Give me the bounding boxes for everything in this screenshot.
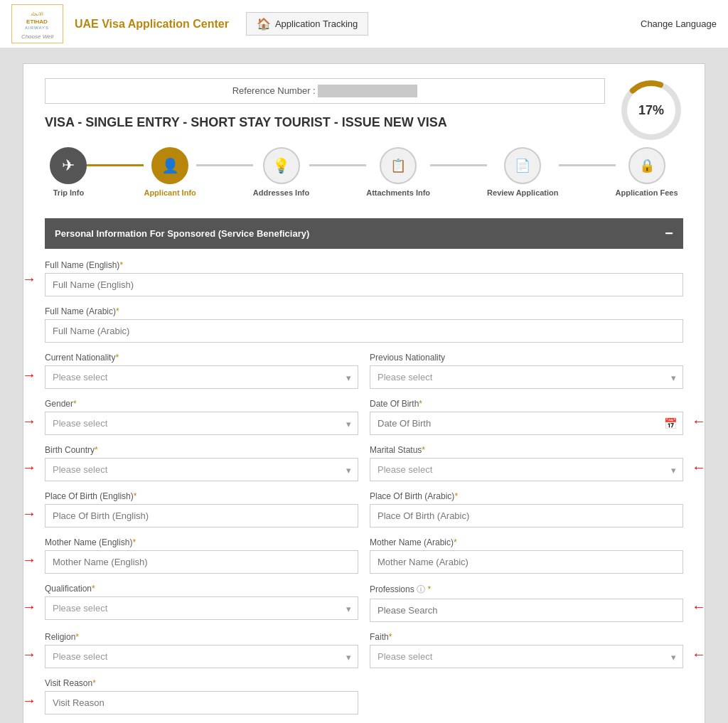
select-current-nationality[interactable]: Please select	[45, 365, 358, 389]
form-row-place-birth: → Place Of Birth (English)* Place Of Bir…	[45, 491, 683, 527]
step-trip-info: ✈ Trip Info	[50, 147, 87, 197]
arrow-left-birth-country: →	[22, 459, 36, 475]
step-connector-4	[430, 164, 487, 166]
select-wrapper-religion: Please select ▾	[45, 645, 358, 668]
label-marital-status: Marital Status*	[370, 445, 683, 455]
label-current-nationality: Current Nationality*	[45, 353, 358, 363]
etihad-logo-svg: الاتحاد ETIHAD AIRWAYS	[18, 8, 57, 33]
arrow-right-professions: ←	[692, 599, 706, 615]
form-group-dob: ← Date Of Birth* 📅	[370, 399, 683, 435]
step-label-trip: Trip Info	[53, 188, 84, 197]
label-full-name-arabic: Full Name (Arabic)*	[45, 306, 683, 316]
logo-tagline: Choose Well	[21, 33, 53, 40]
step-review-application: 📄 Review Application	[487, 147, 558, 197]
form-group-gender: → Gender* Please select ▾	[45, 399, 358, 435]
input-full-name-arabic[interactable]	[45, 319, 683, 343]
form-row-full-name-english: → Full Name (English)*	[45, 260, 683, 296]
date-wrapper: 📅	[370, 412, 683, 435]
step-connector-1	[87, 164, 144, 166]
form-group-professions: ← Professions ⓘ *	[370, 584, 683, 622]
input-mother-name-english[interactable]	[45, 550, 358, 574]
select-previous-nationality[interactable]: Please select	[370, 365, 683, 389]
page-background: 17% Reference Number : VISA - SINGLE ENT…	[0, 49, 728, 723]
step-label-applicant: Applicant Info	[144, 188, 196, 197]
form-group-birth-country: → Birth Country* Please select ▾	[45, 445, 358, 481]
label-faith: Faith*	[370, 632, 683, 642]
content-card: 17% Reference Number : VISA - SINGLE ENT…	[23, 63, 705, 723]
arrow-right-marital: ←	[692, 459, 706, 475]
reference-input[interactable]	[318, 85, 417, 97]
form-row-qual-prof: → Qualification* Please select ▾ ← Profe…	[45, 584, 683, 622]
step-attachments-info: 📋 Attachments Info	[366, 147, 430, 197]
section-title: Personal Information For Sponsored (Serv…	[55, 228, 309, 239]
step-label-fees: Application Fees	[616, 188, 678, 197]
label-religion: Religion*	[45, 632, 358, 642]
step-label-attachments: Attachments Info	[366, 188, 430, 197]
step-connector-5	[559, 164, 616, 166]
step-circle-fees[interactable]: 🔒	[628, 147, 665, 184]
input-dob[interactable]	[370, 412, 683, 435]
step-connector-3	[309, 164, 366, 166]
step-circle-addresses[interactable]: 💡	[263, 147, 300, 184]
arrow-right-dob: ←	[692, 412, 706, 429]
select-faith[interactable]: Please select	[370, 645, 683, 668]
form-row-nationality: → Current Nationality* Please select ▾ P…	[45, 353, 683, 389]
select-wrapper-marital-status: Please select ▾	[370, 458, 683, 481]
nav-tab-label: Application Tracking	[275, 18, 358, 29]
form-row-full-name-arabic: Full Name (Arabic)*	[45, 306, 683, 343]
select-birth-country[interactable]: Please select	[45, 458, 358, 481]
progress-circle-wrapper: 17%	[619, 78, 683, 142]
step-circle-attachments[interactable]: 📋	[380, 147, 417, 184]
step-application-fees: 🔒 Application Fees	[616, 147, 678, 197]
input-full-name-english[interactable]	[45, 273, 683, 296]
form-group-qualification: → Qualification* Please select ▾	[45, 584, 358, 622]
select-wrapper-faith: Please select ▾	[370, 645, 683, 668]
form-group-faith: ← Faith* Please select ▾	[370, 632, 683, 668]
select-marital-status[interactable]: Please select	[370, 458, 683, 481]
section-header: Personal Information For Sponsored (Serv…	[45, 218, 683, 249]
input-place-birth-arabic[interactable]	[370, 504, 683, 527]
step-circle-review[interactable]: 📄	[504, 147, 541, 184]
label-visit-reason: Visit Reason*	[45, 678, 358, 688]
svg-text:AIRWAYS: AIRWAYS	[25, 26, 49, 30]
select-religion[interactable]: Please select	[45, 645, 358, 668]
label-full-name-english: Full Name (English)*	[45, 260, 683, 270]
input-visit-reason[interactable]	[45, 691, 358, 714]
label-mother-name-arabic: Mother Name (Arabic)*	[370, 537, 683, 547]
select-qualification[interactable]: Please select	[45, 596, 358, 620]
input-professions[interactable]	[370, 599, 683, 622]
step-circle-trip[interactable]: ✈	[50, 147, 87, 184]
label-place-birth-english: Place Of Birth (English)*	[45, 491, 358, 501]
form-group-mother-name-arabic: Mother Name (Arabic)*	[370, 537, 683, 574]
reference-label: Reference Number :	[232, 85, 316, 96]
form-group-marital-status: ← Marital Status* Please select ▾	[370, 445, 683, 481]
step-connector-2	[196, 164, 253, 166]
nav-tab[interactable]: 🏠 Application Tracking	[246, 12, 368, 36]
svg-text:ETIHAD: ETIHAD	[26, 18, 48, 25]
arrow-left-religion: →	[22, 646, 36, 662]
step-addresses-info: 💡 Addresses Info	[253, 147, 309, 197]
step-label-review: Review Application	[487, 188, 558, 197]
change-language-button[interactable]: Change Language	[641, 18, 717, 29]
input-mother-name-arabic[interactable]	[370, 550, 683, 574]
step-applicant-info: 👤 Applicant Info	[144, 147, 196, 197]
arrow-left-nationality: →	[22, 366, 36, 382]
arrow-left-full-name: →	[22, 270, 36, 286]
form-row-gender-dob: → Gender* Please select ▾ ← Date Of Birt…	[45, 399, 683, 435]
arrow-right-faith: ←	[692, 646, 706, 662]
form-group-mother-name-english: → Mother Name (English)*	[45, 537, 358, 574]
label-dob: Date Of Birth*	[370, 399, 683, 409]
arrow-left-mother-name: →	[22, 551, 36, 567]
form-row-birth-marital: → Birth Country* Please select ▾ ← Marit…	[45, 445, 683, 481]
form-row-visit-reason: → Visit Reason*	[45, 678, 683, 714]
form-row-religion-faith: → Religion* Please select ▾ ← Faith* Ple…	[45, 632, 683, 668]
section-collapse-button[interactable]: −	[665, 225, 673, 242]
arrow-left-gender: →	[22, 412, 36, 429]
arrow-left-place-birth: →	[22, 505, 36, 521]
input-place-birth-english[interactable]	[45, 504, 358, 527]
select-gender[interactable]: Please select	[45, 412, 358, 435]
svg-text:الاتحاد: الاتحاد	[31, 11, 43, 16]
calendar-icon[interactable]: 📅	[664, 417, 678, 430]
step-circle-applicant[interactable]: 👤	[151, 147, 188, 184]
arrow-left-qualification: →	[22, 599, 36, 615]
